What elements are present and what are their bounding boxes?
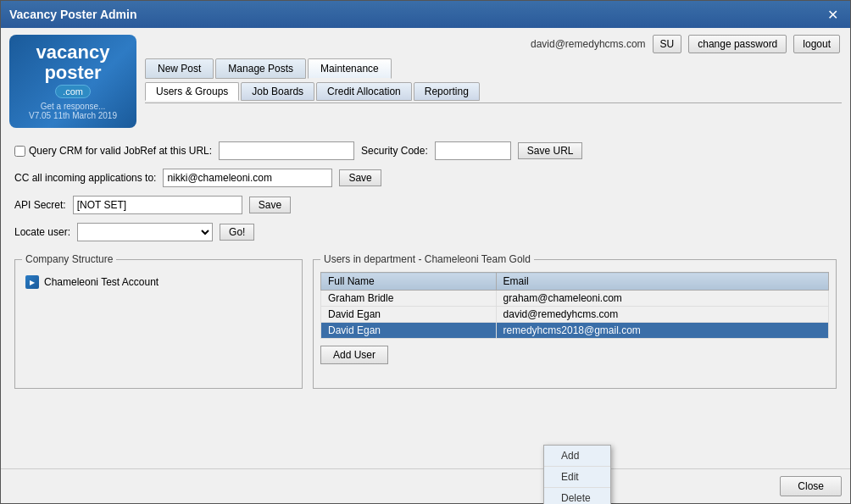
logo-subtitle: Get a response... [41,102,106,111]
table-row-selected[interactable]: David Egan remedyhcms2018@gmail.com [321,323,829,339]
company-icon: ▶ [25,275,39,289]
locate-user-row: Locate user: Go! [14,223,837,241]
users-panel-title: Users in department - Chameleoni Team Go… [320,253,534,265]
security-code-input[interactable] [435,141,511,160]
go-button[interactable]: Go! [220,224,254,241]
add-user-button[interactable]: Add User [320,346,388,364]
row-email: david@remedyhcms.com [496,307,828,323]
tab-maintenance[interactable]: Maintenance [308,58,392,79]
locate-user-label: Locate user: [14,226,70,238]
window-close-button[interactable]: ✕ [824,7,842,23]
context-menu: Add Edit Delete Exit [543,445,611,504]
users-table: Full Name Email Graham Bridle graham@cha… [320,272,829,339]
bottom-bar: Close [1,468,850,503]
company-panel: Company Structure ▶ Chameleoni Test Acco… [14,253,303,389]
subtab-reporting[interactable]: Reporting [414,82,480,101]
cc-row: CC all incoming applications to: Save [14,169,837,187]
jobref-url-input[interactable] [219,141,354,160]
api-label: API Secret: [14,199,66,211]
locate-user-select[interactable] [77,223,213,241]
context-menu-add[interactable]: Add [544,446,610,467]
content-area: vacancy poster .com Get a response... V7… [1,28,850,503]
cc-email-input[interactable] [163,169,332,187]
query-crm-checkbox[interactable] [14,146,25,157]
table-row[interactable]: Graham Bridle graham@chameleoni.com [321,291,829,307]
subtab-users-groups[interactable]: Users & Groups [145,82,239,101]
company-panel-title: Company Structure [22,253,116,265]
company-item-name: Chameleoni Test Account [44,276,159,288]
row-email: graham@chameleoni.com [496,291,828,307]
api-input[interactable] [73,196,242,214]
logo-version: V7.05 11th March 2019 [29,111,117,120]
save-url-button[interactable]: Save URL [518,142,583,159]
main-content: Query CRM for valid JobRef at this URL: … [1,131,850,468]
right-section: david@remedyhcms.com SU change password … [145,35,842,103]
window-title: Vacancy Poster Admin [9,8,136,21]
context-menu-edit[interactable]: Edit [544,467,610,488]
col-fullname: Full Name [321,273,497,291]
security-code-label: Security Code: [361,145,428,157]
company-item[interactable]: ▶ Chameleoni Test Account [22,272,295,292]
col-email: Email [496,273,828,291]
close-button[interactable]: Close [780,476,842,496]
logo-area: vacancy poster .com Get a response... V7… [9,35,136,128]
tab-new-post[interactable]: New Post [145,58,214,79]
row-name: David Egan [321,307,497,323]
logo-vacancy: vacancy [36,42,110,63]
table-row[interactable]: David Egan david@remedyhcms.com [321,307,829,323]
subtab-job-boards[interactable]: Job Boards [241,82,314,101]
nav-tabs: New Post Manage Posts Maintenance [145,58,842,79]
query-crm-row: Query CRM for valid JobRef at this URL: … [14,141,837,160]
main-window: Vacancy Poster Admin ✕ vacancy poster .c… [0,0,851,504]
subtab-credit-allocation[interactable]: Credit Allocation [316,82,412,101]
logo-poster: poster [44,63,101,83]
panels-row: Company Structure ▶ Chameleoni Test Acco… [14,250,837,389]
row-email: remedyhcms2018@gmail.com [496,323,828,339]
row-name: Graham Bridle [321,291,497,307]
user-bar: david@remedyhcms.com SU change password … [145,35,842,53]
row-name: David Egan [321,323,497,339]
title-bar: Vacancy Poster Admin ✕ [1,1,850,28]
api-row: API Secret: Save [14,196,837,214]
user-email: david@remedyhcms.com [531,38,646,50]
change-password-button[interactable]: change password [688,35,787,53]
tab-manage-posts[interactable]: Manage Posts [215,58,306,79]
logout-button[interactable]: logout [793,35,840,53]
cc-save-button[interactable]: Save [339,169,381,186]
query-crm-label: Query CRM for valid JobRef at this URL: [14,145,212,157]
top-section: vacancy poster .com Get a response... V7… [1,28,850,131]
su-button[interactable]: SU [653,35,682,53]
logo-dotcom: .com [55,85,91,98]
sub-tabs: Users & Groups Job Boards Credit Allocat… [145,82,842,103]
users-panel: Users in department - Chameleoni Team Go… [313,253,837,389]
context-menu-delete[interactable]: Delete [544,488,610,504]
cc-label: CC all incoming applications to: [14,172,156,184]
api-save-button[interactable]: Save [249,197,291,213]
